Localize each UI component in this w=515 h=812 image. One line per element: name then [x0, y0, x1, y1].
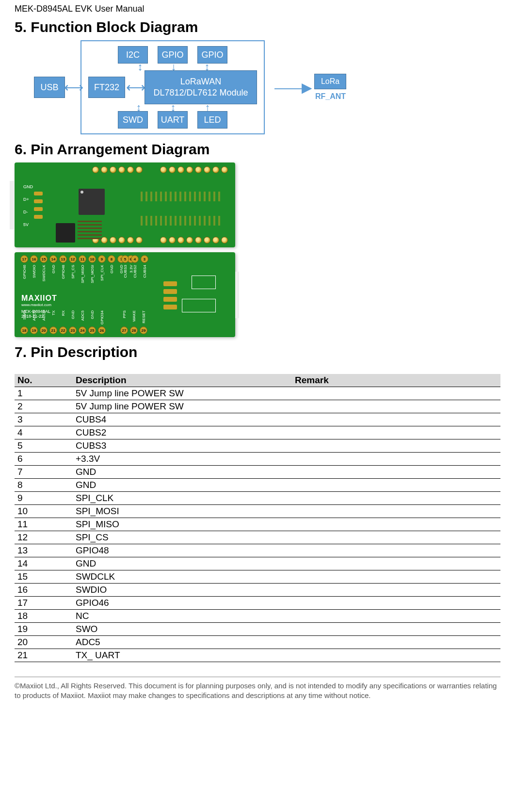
pcb-top-numbers2: 543	[121, 255, 148, 263]
pcb-silk-label: ADC5	[80, 310, 85, 321]
pcb-pin-num: 5	[121, 255, 129, 263]
cell-remark	[292, 466, 500, 479]
table-row: 12SPI_CS	[15, 531, 500, 544]
pcb-silk-label: CUBS4	[143, 265, 147, 278]
cell-no: 2	[15, 400, 73, 413]
pcb-silk-label: WAKE	[132, 310, 136, 322]
arrow-up-icon: ↕	[171, 104, 176, 111]
arrow-icon: ⟷	[64, 80, 81, 96]
table-header-row: No. Description Remark	[15, 374, 500, 387]
pcb-label-dp: D+	[23, 197, 33, 202]
pcb-silk-label: GND	[110, 265, 114, 274]
pcb-silk-label: GND	[71, 310, 75, 319]
pcb-silk-label: GPIO46	[22, 265, 27, 279]
cell-desc: GND	[73, 466, 292, 479]
cell-desc: CUBS3	[73, 439, 292, 453]
block-uart: UART	[158, 111, 188, 129]
section-5-heading: 5. Function Block Diagram	[15, 19, 500, 35]
cell-remark	[292, 518, 500, 531]
pcb-top-view: GND D+ D- 5V	[15, 162, 235, 247]
cell-no: 3	[15, 413, 73, 426]
block-rf-ant: RF_ANT	[315, 92, 346, 101]
cell-desc: GND	[73, 557, 292, 570]
cell-remark	[292, 597, 500, 610]
cell-remark	[292, 557, 500, 570]
cell-remark	[292, 623, 500, 636]
pcb-silk-label: CUBS3	[123, 265, 128, 278]
cell-desc: SWO	[73, 623, 292, 636]
table-row: 3CUBS4	[15, 413, 500, 426]
table-row: 9SPI_CLK	[15, 492, 500, 505]
pcb-pin-num: 18	[20, 326, 28, 334]
cell-no: 16	[15, 584, 73, 597]
pcb-silk-label: SWDIO	[32, 265, 36, 278]
pcb-pin-num: 27	[120, 326, 128, 334]
cell-desc: SPI_CLK	[73, 492, 292, 505]
cell-no: 7	[15, 466, 73, 479]
block-main-line1: LoRaWAN	[180, 76, 221, 87]
pcb-pin-num: 24	[79, 326, 86, 334]
block-lorawan-module: LoRaWAN DL7812/DL7612 Module	[145, 70, 257, 104]
pcb-pin-num: 20	[40, 326, 48, 334]
pin-description-table: No. Description Remark 15V Jump line POW…	[15, 374, 500, 662]
cell-remark	[292, 610, 500, 623]
arrow-icon: ⟷	[126, 80, 144, 96]
pcb-silk-label: GPIO48	[61, 265, 65, 279]
cell-desc: SPI_CS	[73, 531, 292, 544]
section-7-heading: 7. Pin Description	[15, 344, 500, 360]
table-row: 14GND	[15, 557, 500, 570]
pcb-silk-label: SWDCLK	[42, 265, 46, 281]
table-row: 11SPI_MISO	[15, 518, 500, 531]
cell-desc: TX_ UART	[73, 649, 292, 662]
th-no: No.	[15, 374, 73, 387]
cell-no: 18	[15, 610, 73, 623]
cell-remark	[292, 492, 500, 505]
block-swd: SWD	[118, 111, 148, 129]
table-row: 7GND	[15, 466, 500, 479]
pcb-pin-num: 11	[79, 255, 86, 263]
table-row: 25V Jump line POWER SW	[15, 400, 500, 413]
pcb-label-dm: D-	[23, 210, 33, 214]
pcb-pin-num: 22	[59, 326, 67, 334]
cell-no: 19	[15, 623, 73, 636]
cell-remark	[292, 387, 500, 400]
table-row: 16SWDIO	[15, 584, 500, 597]
arrow-up-icon: ↕	[136, 104, 142, 111]
cell-desc: GPIO46	[73, 597, 292, 610]
pcb-bot-numbers2: 272829	[120, 326, 147, 334]
cell-no: 21	[15, 649, 73, 662]
cell-no: 5	[15, 439, 73, 453]
table-row: 19SWO	[15, 623, 500, 636]
pcb-pin-num: 12	[69, 255, 77, 263]
pcb-pin-num: 23	[69, 326, 77, 334]
cell-desc: ADC5	[73, 636, 292, 649]
cell-desc: SWDCLK	[73, 570, 292, 584]
block-i2c: I2C	[118, 46, 148, 64]
block-ft232: FT232	[88, 77, 125, 98]
arrow-icon: ——▶	[274, 80, 312, 96]
cell-no: 8	[15, 479, 73, 492]
cell-no: 9	[15, 492, 73, 505]
pcb-silk-label: PPS	[122, 310, 127, 318]
pcb-pin-num: 9	[98, 255, 106, 263]
cell-remark	[292, 479, 500, 492]
pcb-silk-label: SPI_CS	[71, 265, 75, 278]
pcb-label-5v: 5V	[23, 222, 33, 227]
pcb-pin-num: 8	[108, 255, 115, 263]
table-row: 21TX_ UART	[15, 649, 500, 662]
pcb-bot-numbers: 181920212223242526	[20, 326, 106, 334]
th-desc: Description	[73, 374, 292, 387]
table-row: 18NC	[15, 610, 500, 623]
pcb-pin-num: 21	[49, 326, 57, 334]
cell-remark	[292, 453, 500, 466]
pcb-silk-label: GND	[51, 265, 56, 274]
pcb-silk-label: RX	[61, 310, 65, 316]
cell-remark	[292, 584, 500, 597]
pcb-silk-label: AEC5	[42, 310, 46, 321]
pcb-silk-label: SPI_CLK	[100, 265, 104, 281]
footer-text: ©Maxiiot Ltd., All Rights Reserved. This…	[15, 677, 500, 701]
cell-no: 4	[15, 426, 73, 439]
table-row: 6+3.3V	[15, 453, 500, 466]
arrow-down-icon: ↕	[205, 64, 210, 70]
th-remark: Remark	[292, 374, 500, 387]
